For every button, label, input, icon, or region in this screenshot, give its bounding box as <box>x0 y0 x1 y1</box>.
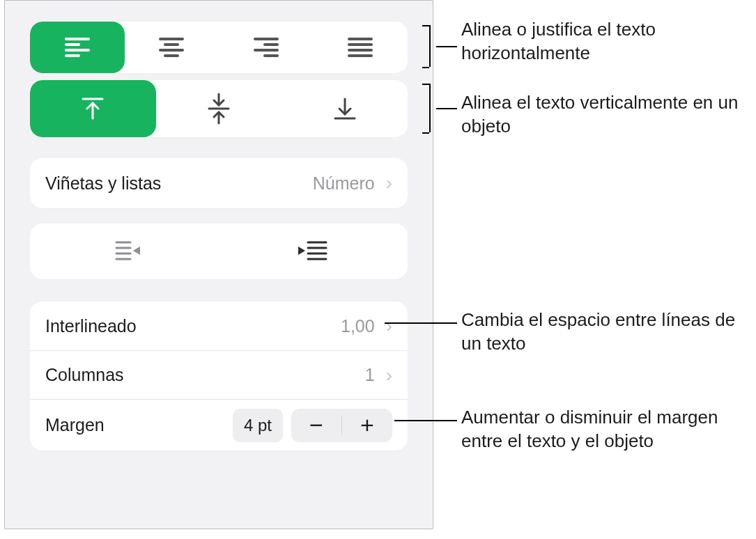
chevron-right-icon: › <box>386 172 392 194</box>
columns-value: 1 <box>365 365 375 385</box>
callout-line <box>385 322 457 324</box>
callout-line-spacing: Cambia el espacio entre líneas de un tex… <box>461 308 740 356</box>
indent-icon <box>298 240 329 263</box>
align-bottom-button[interactable] <box>281 80 408 137</box>
align-center-button[interactable] <box>125 22 219 73</box>
line-spacing-label: Interlineado <box>45 316 341 336</box>
svg-rect-15 <box>348 54 373 57</box>
outdent-icon <box>109 240 140 263</box>
margin-decrease-button[interactable]: − <box>291 409 341 442</box>
margin-value: 4 pt <box>233 409 283 442</box>
align-middle-button[interactable] <box>156 80 282 137</box>
indent-button[interactable] <box>219 224 408 279</box>
svg-rect-2 <box>65 49 90 52</box>
callout-line <box>436 46 457 47</box>
svg-rect-5 <box>164 43 179 46</box>
margin-increase-button[interactable]: + <box>342 409 392 442</box>
svg-rect-13 <box>348 43 373 46</box>
outdent-button[interactable] <box>30 224 219 279</box>
callout-bracket <box>429 25 431 67</box>
svg-rect-0 <box>65 38 90 40</box>
svg-marker-28 <box>298 247 305 255</box>
callout-margin: Aumentar o disminuir el margen entre el … <box>461 406 754 453</box>
svg-rect-7 <box>164 54 179 57</box>
margin-label: Margen <box>45 415 233 435</box>
line-spacing-value: 1,00 <box>341 316 375 336</box>
svg-rect-6 <box>159 49 184 52</box>
svg-rect-10 <box>254 49 279 52</box>
align-justify-icon <box>348 38 373 57</box>
callout-line <box>394 420 457 421</box>
format-panel: Viñetas y listas Número › <box>30 1 408 451</box>
bullets-label: Viñetas y listas <box>45 173 313 194</box>
svg-rect-12 <box>348 38 373 40</box>
svg-rect-3 <box>65 54 80 57</box>
align-top-button[interactable] <box>30 80 156 137</box>
align-bottom-icon <box>331 95 359 123</box>
align-left-icon <box>65 38 90 57</box>
format-panel-frame: Viñetas y listas Número › <box>4 0 433 529</box>
svg-rect-11 <box>263 54 279 57</box>
svg-rect-8 <box>254 38 279 40</box>
line-spacing-row[interactable]: Interlineado 1,00 › <box>30 302 408 350</box>
vertical-align-group <box>30 80 408 137</box>
align-left-button[interactable] <box>30 22 125 73</box>
callout-halign: Alinea o justifica el texto horizontalme… <box>461 18 747 65</box>
callout-bracket <box>429 84 431 132</box>
svg-rect-4 <box>159 38 184 40</box>
columns-row[interactable]: Columnas 1 › <box>30 350 408 399</box>
align-right-icon <box>254 38 279 57</box>
horizontal-align-group <box>30 22 408 73</box>
chevron-right-icon: › <box>386 315 392 337</box>
svg-rect-1 <box>65 43 80 46</box>
columns-label: Columnas <box>45 365 365 385</box>
callout-line <box>436 108 457 109</box>
bullets-lists-row[interactable]: Viñetas y listas Número › <box>30 158 408 208</box>
svg-marker-27 <box>133 247 140 255</box>
align-middle-icon <box>205 93 233 125</box>
svg-rect-9 <box>263 43 279 46</box>
align-justify-button[interactable] <box>314 22 408 73</box>
indent-group <box>30 224 408 279</box>
align-center-icon <box>159 38 184 57</box>
align-right-button[interactable] <box>219 22 314 73</box>
margin-stepper: − + <box>291 409 392 442</box>
spacing-card: Interlineado 1,00 › Columnas 1 › Margen … <box>30 302 408 451</box>
bullets-value: Número <box>313 173 375 194</box>
chevron-right-icon: › <box>386 364 392 386</box>
svg-rect-14 <box>348 49 373 52</box>
callout-valign: Alinea el texto verticalmente en un obje… <box>461 91 747 139</box>
margin-row: Margen 4 pt − + <box>30 399 408 451</box>
align-top-icon <box>79 95 107 123</box>
